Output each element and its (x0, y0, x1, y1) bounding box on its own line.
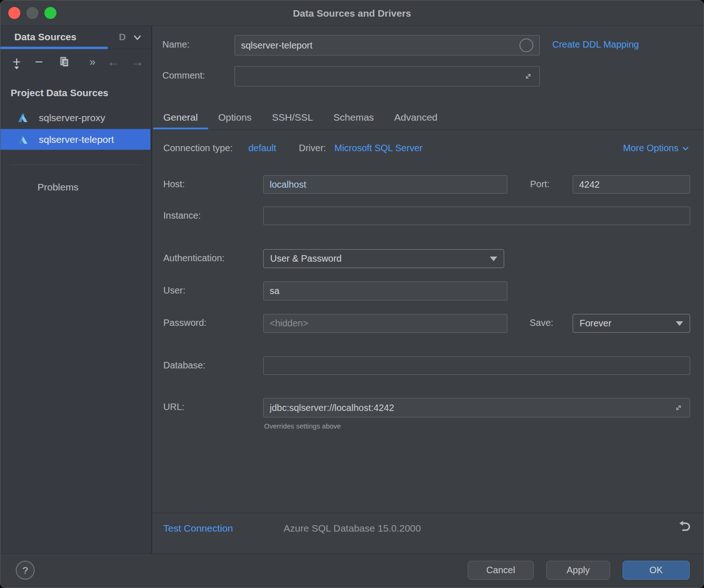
sidebar-item-sqlserver-proxy[interactable]: sqlserver-proxy (0, 107, 150, 128)
status-separator (152, 513, 704, 513)
section-header-project-data-sources: Project Data Sources (11, 87, 108, 98)
more-options-button[interactable]: More Options (623, 143, 690, 153)
add-dropdown-caret-icon (14, 67, 19, 69)
host-label: Host: (163, 179, 185, 190)
window-title: Data Sources and Drivers (0, 0, 704, 26)
azure-sql-icon (17, 134, 29, 145)
dropdown-arrow-icon (676, 321, 683, 326)
sidebar: Data Sources D + − » ← → (0, 26, 152, 553)
main-panel: Name: Create DDL Mapping Comment: Genera… (152, 26, 704, 553)
instance-input[interactable] (263, 207, 690, 225)
add-icon[interactable]: + (10, 49, 24, 75)
undo-icon[interactable] (677, 519, 692, 534)
bottom-bar: ? Cancel Apply OK (0, 553, 704, 588)
chevron-down-icon[interactable] (131, 31, 143, 43)
tab-drivers-partial[interactable]: D (119, 26, 126, 49)
name-field-wrap (235, 35, 540, 55)
back-arrow-icon[interactable]: ← (105, 49, 122, 75)
database-input[interactable] (263, 356, 690, 375)
data-source-label: sqlserver-teleport (39, 134, 114, 145)
test-connection-link[interactable]: Test Connection (163, 523, 233, 534)
port-label: Port: (530, 179, 550, 190)
remove-icon[interactable]: − (32, 49, 46, 75)
comment-field-wrap (235, 66, 540, 86)
user-input[interactable] (263, 282, 507, 300)
expand-icon[interactable] (673, 403, 684, 413)
driver-label: Driver: (299, 143, 326, 153)
title-bar: Data Sources and Drivers (0, 0, 704, 26)
connection-type-label: Connection type: (163, 143, 233, 153)
settings-tabs: General Options SSH/SSL Schemas Advanced (153, 104, 448, 130)
tab-options[interactable]: Options (208, 104, 262, 130)
server-version-text: Azure SQL Database 15.0.2000 (284, 523, 421, 534)
show-more-icon[interactable]: » (86, 49, 99, 75)
ok-button[interactable]: OK (623, 561, 690, 580)
chevron-down-icon (681, 144, 690, 153)
port-input[interactable] (573, 175, 690, 194)
name-label: Name: (162, 39, 190, 50)
tab-advanced[interactable]: Advanced (384, 104, 447, 130)
forward-arrow-icon[interactable]: → (129, 49, 146, 75)
data-source-label: sqlserver-proxy (39, 112, 105, 123)
sidebar-item-sqlserver-teleport[interactable]: sqlserver-teleport (0, 129, 150, 150)
create-ddl-mapping-link[interactable]: Create DDL Mapping (552, 39, 639, 50)
save-select[interactable]: Forever (573, 314, 690, 333)
more-options-label: More Options (623, 143, 679, 153)
authentication-label: Authentication: (163, 253, 224, 263)
dropdown-arrow-icon (490, 257, 497, 261)
authentication-value: User & Password (270, 253, 342, 264)
save-label: Save: (530, 318, 553, 328)
sidebar-divider (10, 165, 142, 165)
connection-type-value-link[interactable]: default (248, 143, 276, 153)
azure-sql-icon (17, 112, 29, 123)
name-input[interactable] (241, 40, 519, 51)
cancel-button[interactable]: Cancel (468, 561, 534, 580)
sidebar-tab-strip: Data Sources D (0, 26, 151, 49)
url-value[interactable]: jdbc:sqlserver://localhost:4242 (270, 403, 673, 413)
authentication-select[interactable]: User & Password (263, 249, 504, 268)
url-field-wrap: jdbc:sqlserver://localhost:4242 (263, 398, 690, 417)
problems-label[interactable]: Problems (37, 182, 79, 193)
expand-icon[interactable] (523, 71, 533, 81)
url-hint: Overrides settings above (264, 422, 341, 430)
password-input[interactable] (263, 314, 507, 333)
tab-data-sources[interactable]: Data Sources (14, 26, 76, 49)
user-label: User: (163, 285, 185, 296)
instance-label: Instance: (163, 210, 201, 221)
tab-strip-separator (152, 129, 704, 130)
apply-button[interactable]: Apply (546, 561, 610, 580)
tab-general[interactable]: General (153, 104, 208, 130)
url-label: URL: (163, 402, 185, 412)
help-button[interactable]: ? (16, 561, 35, 580)
database-label: Database: (163, 360, 205, 371)
comment-input[interactable] (241, 71, 523, 82)
driver-value-link[interactable]: Microsoft SQL Server (334, 143, 422, 153)
duplicate-icon[interactable] (56, 49, 73, 75)
tab-schemas[interactable]: Schemas (323, 104, 384, 130)
host-input[interactable] (263, 175, 507, 194)
comment-label: Comment: (162, 70, 205, 81)
loading-circle-icon (519, 38, 533, 52)
password-label: Password: (163, 318, 206, 328)
sidebar-toolbar: + − » ← → (0, 49, 151, 75)
tab-ssh-ssl[interactable]: SSH/SSL (262, 104, 323, 130)
data-sources-dialog: Data Sources and Drivers Data Sources D … (0, 0, 704, 588)
save-value: Forever (580, 318, 611, 329)
